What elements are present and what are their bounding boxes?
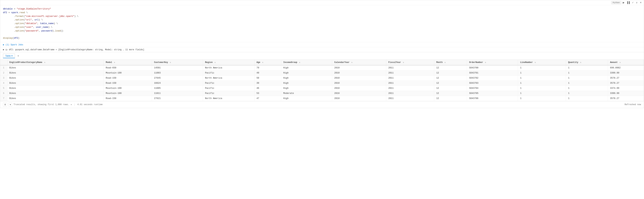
- cell-month: 12: [434, 65, 467, 70]
- expand-button[interactable]: ▾: [8, 103, 12, 106]
- table-row: 2BikesMountain-10011003Pacific49High2010…: [0, 70, 644, 76]
- cell-ordernumber: SO43702: [467, 76, 518, 81]
- col-header-age[interactable]: Age ⇅: [254, 60, 281, 65]
- cell-month: 12: [434, 91, 467, 96]
- cell-model: Mountain-100: [104, 91, 152, 96]
- cell-incomegroup: High: [281, 65, 332, 70]
- cell-customerkey: 14501: [152, 65, 203, 70]
- code-line-display: display(df2): [3, 36, 641, 40]
- col-header-customer-key[interactable]: CustomerKey ⇅: [152, 60, 203, 65]
- cell-englishproductcategoryname: Bikes: [7, 65, 104, 70]
- cell-incomegroup: High: [281, 86, 332, 91]
- code-line-1: dbtable = "stage.DimSalesTerritory": [3, 7, 641, 11]
- cell-customerkey: 27645: [152, 76, 203, 81]
- col-header-model[interactable]: Model ⇅: [104, 60, 152, 65]
- cell-region: Pacific: [203, 81, 254, 86]
- cell-incomegroup: Moderate: [281, 91, 332, 96]
- code-editor[interactable]: dbtable = "stage.DimSalesTerritory" df2 …: [0, 5, 644, 42]
- cell-englishproductcategoryname: Bikes: [7, 76, 104, 81]
- cell-englishproductcategoryname: Bikes: [7, 96, 104, 101]
- cell-model: Road-150: [104, 76, 152, 81]
- col-header-fiscal-year[interactable]: FiscalYear ⇅: [386, 60, 434, 65]
- cell-age: 53: [254, 91, 281, 96]
- col-header-region[interactable]: Region ⇅: [203, 60, 254, 65]
- cell-customerkey: 11005: [152, 86, 203, 91]
- df-info-row[interactable]: ▶ 🗂 df2: pyspark.sql.dataframe.DataFrame…: [0, 47, 644, 52]
- cell-linenumber: 1: [518, 96, 566, 101]
- row-number-cell: 7: [0, 96, 7, 101]
- cell-quantity: 1: [566, 96, 608, 101]
- cell-toolbar: Python ▶ ▐▐ ✓ ∨ ✕: [0, 0, 644, 5]
- cell-ordernumber: SO43705: [467, 91, 518, 96]
- col-header-order-number[interactable]: OrderNumber ⇅: [467, 60, 518, 65]
- cell-amount: 3399.99: [608, 91, 644, 96]
- cell-linenumber: 1: [518, 86, 566, 91]
- row-number-cell: 6: [0, 91, 7, 96]
- truncated-results-text: Truncated results, showing first 1,000 r…: [14, 103, 69, 106]
- footer-right: Refreshed now: [624, 103, 641, 106]
- check-button[interactable]: ✓: [631, 1, 634, 4]
- cell-fiscalyear: 2011: [386, 65, 434, 70]
- col-header-rownum: [0, 60, 7, 65]
- cell-quantity: 1: [566, 81, 608, 86]
- cell-quantity: 1: [566, 70, 608, 76]
- cell-englishproductcategoryname: Bikes: [7, 91, 104, 96]
- cell-calendaryear: 2010: [332, 70, 386, 76]
- col-header-calendar-year[interactable]: CalendarYear ⇅: [332, 60, 386, 65]
- cell-region: North America: [203, 76, 254, 81]
- cell-month: 12: [434, 76, 467, 81]
- cell-linenumber: 1: [518, 81, 566, 86]
- col-header-amount[interactable]: Amount ⇅: [608, 60, 644, 65]
- add-tab-button[interactable]: +: [16, 54, 20, 58]
- cell-month: 12: [434, 70, 467, 76]
- col-header-english-product-category-name[interactable]: EnglishProductCategoryName ⇅: [7, 60, 104, 65]
- chevron-button[interactable]: ∨: [635, 1, 638, 4]
- cell-fiscalyear: 2011: [386, 70, 434, 76]
- cell-englishproductcategoryname: Bikes: [7, 81, 104, 86]
- cell-month: 12: [434, 96, 467, 101]
- cell-quantity: 1: [566, 65, 608, 70]
- cell-customerkey: 11011: [152, 91, 203, 96]
- run-button[interactable]: ▶: [622, 1, 625, 4]
- code-line-4: .option("url", url) \: [3, 18, 641, 22]
- cell-customerkey: 27621: [152, 96, 203, 101]
- cell-region: Pacific: [203, 91, 254, 96]
- cell-ordernumber: SO43701: [467, 70, 518, 76]
- bar-chart-button[interactable]: ▐▐: [626, 1, 630, 4]
- code-line-7: .option("password", password).load(): [3, 29, 641, 33]
- data-table-wrapper: EnglishProductCategoryName ⇅ Model ⇅ Cus…: [0, 60, 644, 101]
- refreshed-text: Refreshed now: [624, 103, 641, 106]
- col-header-income-group[interactable]: IncomeGroup ⇅: [281, 60, 332, 65]
- code-line-6: .option("user", user_name) \: [3, 26, 641, 29]
- cell-age: 47: [254, 96, 281, 101]
- cell-month: 12: [434, 86, 467, 91]
- cell-model: Mountain-100: [104, 86, 152, 91]
- spark-jobs-row[interactable]: ▶ (1) Spark Jobs: [0, 42, 644, 47]
- col-header-quantity[interactable]: Quantity ⇅: [566, 60, 608, 65]
- cell-region: North America: [203, 96, 254, 101]
- table-tab-chevron: ▾: [12, 54, 13, 57]
- table-tab[interactable]: Table ▾: [3, 54, 15, 58]
- cell-ordernumber: SO43700: [467, 65, 518, 70]
- cell-fiscalyear: 2011: [386, 96, 434, 101]
- data-table: EnglishProductCategoryName ⇅ Model ⇅ Cus…: [0, 60, 644, 101]
- cell-calendaryear: 2010: [332, 91, 386, 96]
- row-number-cell: 1: [0, 65, 7, 70]
- col-header-month[interactable]: Month ⇅: [434, 60, 467, 65]
- download-button[interactable]: ⬇: [3, 103, 7, 106]
- cell-age: 50: [254, 76, 281, 81]
- table-row: 6BikesMountain-10011011Pacific53Moderate…: [0, 91, 644, 96]
- row-number-cell: 3: [0, 76, 7, 81]
- table-header-row: EnglishProductCategoryName ⇅ Model ⇅ Cus…: [0, 60, 644, 65]
- row-number-cell: 4: [0, 81, 7, 86]
- cell-quantity: 1: [566, 91, 608, 96]
- table-tab-label: Table: [5, 54, 11, 57]
- table-tab-bar: Table ▾ +: [0, 52, 644, 60]
- col-header-line-number[interactable]: LineNumber ⇅: [518, 60, 566, 65]
- cell-quantity: 1: [566, 86, 608, 91]
- cell-linenumber: 1: [518, 76, 566, 81]
- close-button[interactable]: ✕: [639, 1, 642, 4]
- cell-model: Mountain-100: [104, 70, 152, 76]
- notebook-cell: Python ▶ ▐▐ ✓ ∨ ✕ dbtable = "stage.DimSa…: [0, 0, 644, 108]
- footer-separator: |: [74, 103, 75, 106]
